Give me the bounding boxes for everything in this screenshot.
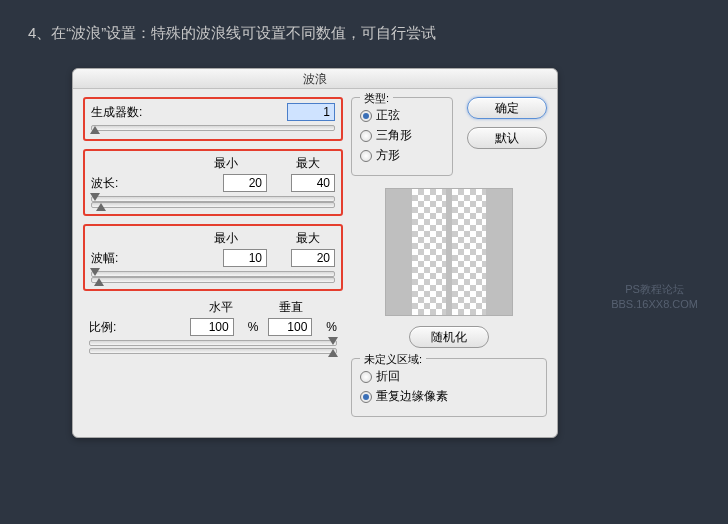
repeat-edge-radio[interactable]: 重复边缘像素 (360, 388, 538, 405)
radio-label: 折回 (376, 368, 400, 385)
radio-label: 方形 (376, 147, 400, 164)
type-triangle-radio[interactable]: 三角形 (360, 127, 444, 144)
generators-slider[interactable] (91, 125, 335, 131)
percent-label: % (248, 320, 259, 334)
slider-thumb-icon[interactable] (328, 337, 338, 345)
percent-label: % (326, 320, 337, 334)
watermark-line1: PS教程论坛 (611, 282, 698, 297)
generators-label: 生成器数: (91, 104, 147, 121)
radio-icon (360, 130, 372, 142)
wave-dialog: 波浪 生成器数: 1 最小 最大 波长: (72, 68, 558, 438)
checker-pattern (412, 189, 446, 315)
radio-icon (360, 371, 372, 383)
wavelength-min-input[interactable]: 20 (223, 174, 267, 192)
slider-thumb-icon[interactable] (90, 268, 100, 276)
radio-icon (360, 391, 372, 403)
scale-h-header: 水平 (201, 299, 241, 316)
wrap-radio[interactable]: 折回 (360, 368, 538, 385)
min-header: 最小 (203, 230, 249, 247)
slider-thumb-icon[interactable] (90, 126, 100, 134)
slider-thumb-icon[interactable] (96, 203, 106, 211)
watermark-line2: BBS.16XX8.COM (611, 297, 698, 312)
radio-label: 正弦 (376, 107, 400, 124)
scale-label: 比例: (89, 319, 145, 336)
min-header: 最小 (203, 155, 249, 172)
undefined-legend: 未定义区域: (360, 352, 426, 367)
page-instruction: 4、在“波浪”设置：特殊的波浪线可设置不同数值，可自行尝试 (28, 24, 436, 43)
radio-icon (360, 110, 372, 122)
type-square-radio[interactable]: 方形 (360, 147, 444, 164)
dialog-title: 波浪 (73, 69, 557, 89)
amplitude-min-input[interactable]: 10 (223, 249, 267, 267)
scale-h-input[interactable]: 100 (190, 318, 234, 336)
amplitude-group: 最小 最大 波幅: 10 20 (83, 224, 343, 291)
scale-v-slider[interactable] (89, 348, 337, 354)
radio-icon (360, 150, 372, 162)
watermark: PS教程论坛 BBS.16XX8.COM (611, 282, 698, 312)
slider-thumb-icon[interactable] (94, 278, 104, 286)
radio-label: 三角形 (376, 127, 412, 144)
wavelength-max-slider[interactable] (91, 202, 335, 208)
max-header: 最大 (285, 230, 331, 247)
default-button[interactable]: 默认 (467, 127, 547, 149)
scale-v-input[interactable]: 100 (268, 318, 312, 336)
slider-thumb-icon[interactable] (90, 193, 100, 201)
amplitude-max-slider[interactable] (91, 277, 335, 283)
scale-h-slider[interactable] (89, 340, 337, 346)
scale-group: 水平 垂直 比例: 100 % 100 % (83, 299, 343, 354)
type-sine-radio[interactable]: 正弦 (360, 107, 444, 124)
type-fieldset: 类型: 正弦 三角形 方形 (351, 97, 453, 176)
wavelength-label: 波长: (91, 175, 147, 192)
randomize-button[interactable]: 随机化 (409, 326, 489, 348)
generators-group: 生成器数: 1 (83, 97, 343, 141)
wavelength-group: 最小 最大 波长: 20 40 (83, 149, 343, 216)
slider-thumb-icon[interactable] (328, 349, 338, 357)
wavelength-max-input[interactable]: 40 (291, 174, 335, 192)
max-header: 最大 (285, 155, 331, 172)
type-legend: 类型: (360, 91, 393, 106)
checker-pattern (452, 189, 486, 315)
preview-area (385, 188, 513, 316)
undefined-area-fieldset: 未定义区域: 折回 重复边缘像素 (351, 358, 547, 417)
ok-button[interactable]: 确定 (467, 97, 547, 119)
radio-label: 重复边缘像素 (376, 388, 448, 405)
scale-v-header: 垂直 (271, 299, 311, 316)
amplitude-max-input[interactable]: 20 (291, 249, 335, 267)
amplitude-label: 波幅: (91, 250, 147, 267)
generators-input[interactable]: 1 (287, 103, 335, 121)
